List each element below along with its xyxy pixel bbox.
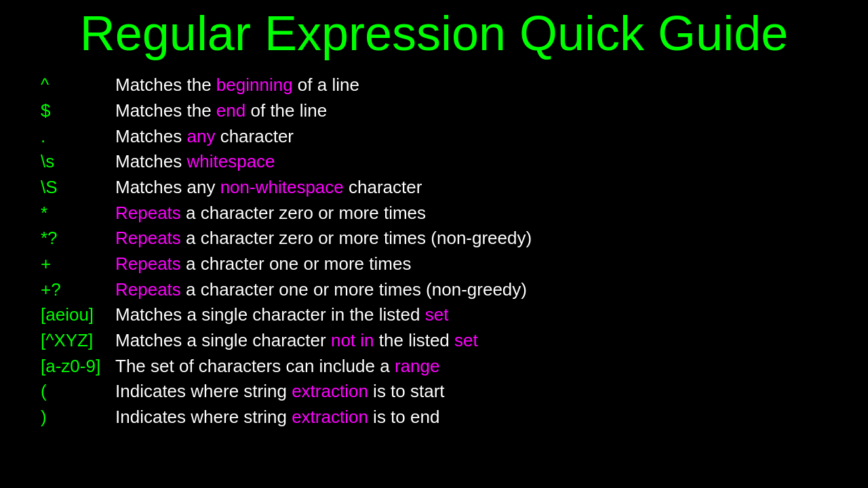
table-row: [a-z0-9] The set of characters can inclu…	[41, 354, 827, 380]
text-segment: extraction	[292, 407, 368, 427]
text-segment: end	[216, 100, 245, 121]
text-segment: non-whitespace	[220, 177, 344, 197]
text-segment: Matches	[115, 126, 187, 146]
description-cell: Repeats a character zero or more times (…	[115, 226, 532, 251]
symbol-cell: [^XYZ]	[41, 328, 115, 354]
table-row: .Matches any character	[41, 124, 827, 150]
text-segment: character	[215, 126, 294, 146]
table-row: $Matches the end of the line	[41, 98, 827, 124]
table-row: +?Repeats a character one or more times …	[41, 277, 827, 303]
table-row: +Repeats a chracter one or more times	[41, 251, 827, 277]
text-segment: beginning	[216, 75, 293, 95]
text-segment: a character zero or more times (non-gree…	[181, 228, 532, 248]
text-segment: Repeats	[115, 253, 181, 274]
text-segment: extraction	[292, 381, 368, 401]
symbol-cell: )	[41, 405, 115, 430]
description-cell: The set of characters can include a rang…	[115, 354, 439, 380]
table-row: ) Indicates where string extraction is t…	[41, 405, 827, 430]
text-segment: Repeats	[115, 203, 181, 223]
text-segment: Matches	[115, 151, 187, 171]
text-segment: Matches the	[115, 100, 216, 121]
text-segment: Repeats	[115, 279, 181, 300]
text-segment: not in	[331, 330, 374, 350]
text-segment: set	[425, 304, 449, 325]
description-cell: Repeats a chracter one or more times	[115, 251, 411, 277]
symbol-cell: \s	[41, 149, 115, 175]
symbol-cell: [aeiou]	[41, 302, 115, 328]
text-segment: The set of characters can include a	[115, 356, 395, 376]
table-row: \sMatches whitespace	[41, 149, 827, 175]
description-cell: Matches the end of the line	[115, 98, 327, 124]
description-cell: Matches whitespace	[115, 149, 275, 175]
text-segment: a chracter one or more times	[181, 253, 412, 274]
text-segment: range	[395, 356, 440, 376]
description-cell: Matches a single character in the listed…	[115, 302, 448, 328]
content-area: ^Matches the beginning of a line$Matches…	[41, 73, 827, 430]
description-cell: Matches a single character not in the li…	[115, 328, 478, 354]
description-cell: Matches any character	[115, 124, 294, 150]
symbol-cell: ^	[41, 73, 115, 98]
symbol-cell: +	[41, 251, 115, 277]
text-segment: is to end	[368, 407, 440, 427]
symbol-cell: *?	[41, 226, 115, 251]
table-row: [^XYZ] Matches a single character not in…	[41, 328, 827, 354]
text-segment: a character one or more times (non-greed…	[181, 279, 527, 300]
description-cell: Repeats a character zero or more times	[115, 201, 426, 226]
symbol-cell: *	[41, 201, 115, 226]
symbol-cell: [a-z0-9]	[41, 354, 115, 380]
text-segment: set	[454, 330, 478, 350]
text-segment: Indicates where string	[115, 381, 292, 401]
text-segment: Matches any	[115, 177, 220, 197]
text-segment: the listed	[374, 330, 455, 350]
description-cell: Repeats a character one or more times (n…	[115, 277, 527, 303]
description-cell: Matches any non-whitespace character	[115, 175, 422, 201]
text-segment: whitespace	[187, 151, 275, 171]
text-segment: any	[187, 126, 216, 146]
table-row: *?Repeats a character zero or more times…	[41, 226, 827, 251]
text-segment: Matches the	[115, 75, 216, 95]
description-cell: Indicates where string extraction is to …	[115, 405, 439, 430]
table-row: *Repeats a character zero or more times	[41, 201, 827, 226]
description-cell: Indicates where string extraction is to …	[115, 379, 445, 405]
symbol-cell: $	[41, 98, 115, 124]
text-segment: Indicates where string	[115, 407, 292, 427]
main-container: Regular Expression Quick Guide ^Matches …	[0, 0, 868, 488]
table-row: ( Indicates where string extraction is t…	[41, 379, 827, 405]
table-row: ^Matches the beginning of a line	[41, 73, 827, 98]
text-segment: of the line	[245, 100, 327, 121]
table-row: \SMatches any non-whitespace character	[41, 175, 827, 201]
description-cell: Matches the beginning of a line	[115, 73, 359, 98]
text-segment: Matches a single character in the listed	[115, 304, 425, 325]
symbol-cell: (	[41, 379, 115, 405]
text-segment: Repeats	[115, 228, 181, 248]
text-segment: Matches a single character	[115, 330, 331, 350]
text-segment: of a line	[293, 75, 359, 95]
text-segment: is to start	[368, 381, 445, 401]
symbol-cell: +?	[41, 277, 115, 303]
symbol-cell: .	[41, 124, 115, 150]
text-segment: character	[344, 177, 422, 197]
table-row: [aeiou] Matches a single character in th…	[41, 302, 827, 328]
text-segment: a character zero or more times	[181, 203, 426, 223]
symbol-cell: \S	[41, 175, 115, 201]
page-title: Regular Expression Quick Guide	[41, 7, 827, 60]
